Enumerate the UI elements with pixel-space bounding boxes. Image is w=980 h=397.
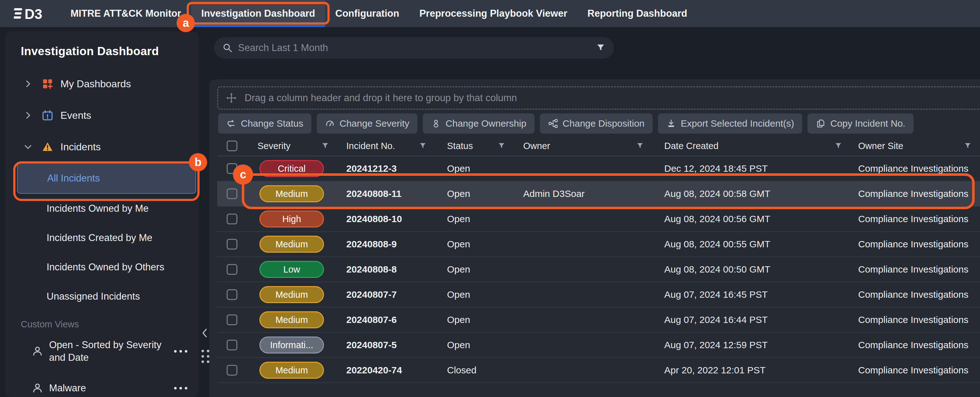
row-checkbox[interactable] <box>227 264 237 275</box>
severity-badge: Low <box>259 261 324 278</box>
column-header-owner[interactable]: Owner <box>514 136 652 156</box>
sidebar-item-label: All Incidents <box>47 173 100 184</box>
calendar-icon <box>41 109 54 121</box>
group-by-dropzone[interactable]: Drag a column header and drop it here to… <box>217 86 980 110</box>
incident-row[interactable]: Informati... 20240807-5 Open Aug 07, 202… <box>217 333 980 358</box>
severity-badge: Medium <box>259 311 324 328</box>
button-label: Change Status <box>241 118 303 129</box>
incident-row[interactable]: Low 20240808-8 Open Aug 08, 2024 00:50 G… <box>217 257 980 282</box>
owner-site-text: Compliance Investigations <box>851 289 980 300</box>
date-created-text: Aug 07, 2024 16:45 PST <box>652 289 851 300</box>
incident-row[interactable]: Medium 20240807-7 Open Aug 07, 2024 16:4… <box>217 282 980 308</box>
column-header-status[interactable]: Status <box>435 136 514 156</box>
change-disposition-button[interactable]: Change Disposition <box>540 113 652 134</box>
status-text: Open <box>435 264 514 275</box>
sidebar-item-unassigned-incidents[interactable]: Unassigned Incidents <box>5 282 199 311</box>
row-checkbox[interactable] <box>227 365 237 376</box>
sidebar-item-my-dashboards[interactable]: My Dashboards <box>5 68 199 100</box>
incident-row[interactable]: Critical 20241212-3 Open Dec 12, 2024 18… <box>217 156 980 182</box>
row-checkbox[interactable] <box>227 239 237 250</box>
sidebar-item-all-incidents[interactable]: All Incidents <box>17 163 196 194</box>
nav-tab-reporting-dashboard[interactable]: Reporting Dashboard <box>578 0 697 27</box>
column-header-date-created[interactable]: Date Created <box>652 136 851 156</box>
filter-funnel-icon[interactable] <box>596 43 606 53</box>
incident-number[interactable]: 20240807-6 <box>337 314 435 325</box>
sidebar-item-incidents-created-by-me[interactable]: Incidents Created by Me <box>5 223 199 252</box>
column-header-severity[interactable]: Severity <box>246 136 337 156</box>
date-created-text: Apr 20, 2022 12:01 PST <box>652 365 851 376</box>
filter-funnel-icon[interactable] <box>419 142 427 150</box>
filter-funnel-icon[interactable] <box>834 142 842 150</box>
drag-handle-icon[interactable] <box>202 350 209 363</box>
owner-site-text: Compliance Investigations <box>851 214 980 224</box>
incident-number[interactable]: 20240807-7 <box>337 289 435 300</box>
incident-row[interactable]: Medium 20240808-9 Open Aug 08, 2024 00:5… <box>217 232 980 257</box>
filter-funnel-icon[interactable] <box>497 142 506 150</box>
button-label: Change Ownership <box>445 118 527 129</box>
incident-number[interactable]: 20240808-9 <box>337 239 435 250</box>
copy-icon <box>816 118 826 129</box>
row-checkbox[interactable] <box>227 214 237 224</box>
select-all-checkbox[interactable] <box>227 140 237 151</box>
incident-row[interactable]: Medium 20240808-11 Open Admin D3Soar Aug… <box>217 182 980 207</box>
row-checkbox[interactable] <box>227 188 237 199</box>
export-selected-incidents-button[interactable]: Export Selected Incident(s) <box>658 113 802 134</box>
custom-views-label: Custom Views <box>21 319 199 332</box>
change-severity-button[interactable]: Change Severity <box>317 113 417 134</box>
custom-view-label: Open - Sorted by Severity and Date <box>49 339 165 364</box>
filter-funnel-icon[interactable] <box>321 142 329 150</box>
custom-view-malware[interactable]: Malware <box>5 371 199 397</box>
nav-tab-investigation-dashboard[interactable]: Investigation Dashboard a <box>191 0 325 27</box>
sidebar-item-incidents-owned-by-me[interactable]: Incidents Owned by Me <box>5 194 199 223</box>
nav-tab-label: Reporting Dashboard <box>587 8 687 19</box>
more-options-icon[interactable] <box>174 350 187 352</box>
sidebar-item-label: Events <box>60 110 91 121</box>
column-header-owner-site[interactable]: Owner Site <box>851 136 980 156</box>
filter-funnel-icon[interactable] <box>964 142 972 150</box>
row-checkbox[interactable] <box>227 289 237 300</box>
date-created-text: Aug 07, 2024 12:59 PST <box>652 340 851 350</box>
sidebar-item-incidents-owned-by-others[interactable]: Incidents Owned by Others <box>5 252 199 282</box>
owner-site-text: Compliance Investigations <box>851 314 980 325</box>
status-text: Open <box>435 163 514 174</box>
chevron-right-icon[interactable] <box>23 79 33 89</box>
status-text: Closed <box>435 365 514 376</box>
collapse-chevron-icon[interactable] <box>200 328 210 338</box>
incident-row[interactable]: Medium 20240807-6 Open Aug 07, 2024 16:4… <box>217 308 980 333</box>
custom-view-open-sorted[interactable]: Open - Sorted by Severity and Date <box>5 332 199 371</box>
incident-number[interactable]: 20240807-5 <box>337 340 435 350</box>
column-label: Owner <box>523 141 550 151</box>
chevron-down-icon[interactable] <box>23 142 33 151</box>
sidebar-item-events[interactable]: Events <box>5 100 199 131</box>
incident-number[interactable]: 20240808-10 <box>337 214 435 224</box>
row-checkbox[interactable] <box>227 340 237 350</box>
nav-tab-mitre-attack-monitor[interactable]: MITRE ATT&CK Monitor <box>60 0 191 27</box>
incident-number[interactable]: 20240808-8 <box>337 264 435 275</box>
change-ownership-button[interactable]: Change Ownership <box>423 113 535 134</box>
nav-tab-configuration[interactable]: Configuration <box>325 0 409 27</box>
incident-number[interactable]: 20241212-3 <box>337 163 435 174</box>
incident-number[interactable]: 20220420-74 <box>337 365 435 376</box>
chevron-right-icon[interactable] <box>23 111 33 120</box>
incident-row[interactable]: High 20240808-10 Open Aug 08, 2024 00:56… <box>217 207 980 232</box>
more-options-icon[interactable] <box>174 387 187 389</box>
nav-tabs: MITRE ATT&CK Monitor Investigation Dashb… <box>60 0 697 27</box>
filter-funnel-icon[interactable] <box>636 142 644 150</box>
row-checkbox[interactable] <box>227 314 237 325</box>
incident-number[interactable]: 20240808-11 <box>337 188 435 199</box>
status-text: Open <box>435 239 514 250</box>
dropzone-text: Drag a column header and drop it here to… <box>245 92 517 104</box>
search-input[interactable] <box>238 42 596 54</box>
search-bar <box>214 37 614 59</box>
copy-incident-no-button[interactable]: Copy Incident No. <box>808 113 913 134</box>
incident-row[interactable]: Medium 20220420-74 Closed Apr 20, 2022 1… <box>217 358 980 383</box>
owner-site-text: Compliance Investigations <box>851 365 980 376</box>
nav-tab-preprocessing-playbook-viewer[interactable]: Preprocessing Playbook Viewer <box>409 0 578 27</box>
change-status-button[interactable]: Change Status <box>218 113 311 134</box>
person-icon <box>32 382 43 394</box>
severity-badge: Informati... <box>259 336 324 354</box>
sidebar-item-incidents[interactable]: Incidents <box>5 131 199 163</box>
owner-cell: Admin D3Soar <box>514 188 652 199</box>
search-icon <box>222 43 233 53</box>
column-header-incident-no[interactable]: Incident No. <box>337 136 435 156</box>
